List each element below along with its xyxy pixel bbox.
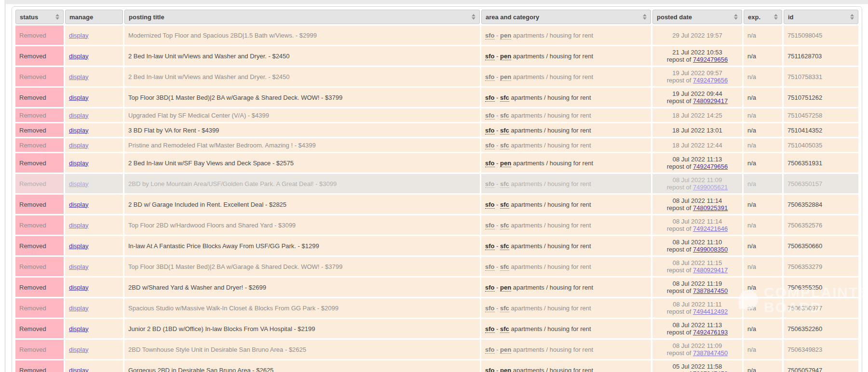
column-header-id[interactable]: id — [784, 10, 858, 24]
column-header-posted[interactable]: posted date — [652, 10, 742, 24]
repost-line: repost of 7387847450 — [656, 370, 738, 372]
repost-id-link[interactable]: 7492479656 — [693, 163, 728, 170]
posting-id-cell: 7506352260 — [784, 319, 858, 338]
repost-id-link[interactable]: 7387847450 — [693, 349, 728, 357]
status-cell: Removed — [15, 215, 64, 235]
column-header-status[interactable]: status — [15, 10, 64, 24]
status-cell: Removed — [15, 278, 64, 297]
area-region: sfo — [485, 32, 495, 40]
repost-line: repost of 7480929417 — [656, 266, 738, 274]
display-link[interactable]: display — [69, 159, 88, 167]
repost-id-link[interactable]: 7387847450 — [693, 370, 728, 372]
posted-date: 08 Jul 2022 11:14 — [656, 197, 738, 204]
sort-icon — [55, 14, 59, 20]
column-label: posting title — [129, 13, 164, 21]
display-link[interactable]: display — [69, 112, 88, 119]
manage-cell: display — [65, 278, 123, 297]
posted-date: 18 Jul 2022 14:25 — [656, 112, 738, 119]
posting-id-cell: 7506350660 — [784, 236, 858, 255]
repost-id-link[interactable]: 7480925391 — [693, 204, 728, 212]
display-link[interactable]: display — [69, 284, 88, 291]
display-link[interactable]: display — [69, 242, 88, 250]
posted-date-cell: 18 Jul 2022 13:01 — [652, 123, 742, 137]
posting-title-cell: In-law At A Fantastic Price Blocks Away … — [124, 236, 480, 255]
repost-id-link[interactable]: 7480929417 — [693, 266, 728, 274]
page-left-border — [5, 0, 5, 372]
repost-id-link[interactable]: 7492479656 — [693, 77, 728, 84]
display-link[interactable]: display — [69, 73, 88, 80]
display-link[interactable]: display — [69, 201, 88, 208]
posted-date: 08 Jul 2022 11:13 — [656, 156, 738, 163]
area-region: sfo — [485, 263, 495, 271]
column-label: status — [20, 13, 38, 21]
repost-id-link[interactable]: 7492476193 — [693, 329, 728, 336]
posting-title-cell: Spacious Studio w/Massive Walk-In Closet… — [124, 298, 480, 318]
area-subregion: pen — [500, 367, 511, 372]
posting-id-cell: 7506355250 — [784, 278, 858, 297]
display-link[interactable]: display — [69, 32, 88, 39]
area-subregion: sfc — [500, 112, 509, 120]
display-link[interactable]: display — [69, 94, 88, 101]
status-cell: Removed — [15, 174, 64, 193]
postings-table-container: statusmanageposting titlearea and catego… — [12, 6, 862, 372]
area-region: sfo — [485, 201, 495, 209]
repost-id-link[interactable]: 7480929417 — [693, 97, 728, 105]
posted-date: 08 Jul 2022 11:09 — [656, 176, 738, 184]
repost-id-link[interactable]: 7499005621 — [693, 184, 728, 191]
posted-date-cell: 08 Jul 2022 11:15repost of 7480929417 — [652, 257, 742, 276]
repost-id-link[interactable]: 7492421646 — [693, 225, 728, 232]
repost-line: repost of 7492479656 — [656, 77, 738, 84]
column-header-title[interactable]: posting title — [124, 10, 480, 24]
display-link[interactable]: display — [69, 127, 88, 134]
area-region: sfo — [485, 346, 495, 354]
column-header-exp[interactable]: exp. — [744, 10, 782, 24]
manage-cell: display — [65, 298, 123, 318]
repost-id-link[interactable]: 7494412492 — [693, 308, 728, 315]
posted-date-cell: 08 Jul 2022 11:09repost of 7387847450 — [652, 340, 742, 359]
display-link[interactable]: display — [69, 346, 88, 353]
exp-cell: n/a — [744, 88, 782, 107]
display-link[interactable]: display — [69, 180, 88, 187]
posted-date-cell: 19 Jul 2022 09:57repost of 7492479656 — [652, 67, 742, 86]
display-link[interactable]: display — [69, 367, 88, 372]
repost-line: repost of 7387847450 — [656, 287, 738, 294]
posted-date: 08 Jul 2022 11:14 — [656, 218, 738, 225]
posted-date: 05 Jul 2022 11:58 — [656, 363, 738, 370]
posting-id-cell: 7510758331 — [784, 67, 858, 86]
area-category-cell: sfo - pen apartments / housing for rent — [481, 67, 651, 86]
area-region: sfo — [485, 180, 495, 188]
exp-cell: n/a — [744, 319, 782, 338]
display-link[interactable]: display — [69, 305, 88, 312]
area-region: sfo — [485, 159, 495, 167]
posted-date: 18 Jul 2022 13:01 — [656, 127, 738, 134]
sort-icon — [850, 14, 854, 20]
posted-date: 18 Jul 2022 12:44 — [656, 142, 738, 149]
display-link[interactable]: display — [69, 53, 88, 60]
posted-date-cell: 08 Jul 2022 11:13repost of 7492476193 — [652, 319, 742, 338]
display-link[interactable]: display — [69, 142, 88, 149]
display-link[interactable]: display — [69, 263, 88, 270]
repost-id-link[interactable]: 7492479656 — [693, 56, 728, 63]
display-link[interactable]: display — [69, 325, 88, 332]
table-row: Removeddisplay2 Bed In-law Unit w/Views … — [15, 67, 858, 86]
status-cell: Removed — [15, 360, 64, 372]
repost-id-link[interactable]: 7387847450 — [693, 287, 728, 294]
table-row: Removeddisplay2 Bed In-law Unit w/SF Bay… — [15, 153, 858, 173]
manage-cell: display — [65, 138, 123, 152]
posting-title-cell: 2BD by Lone Mountain Area/USF/Golden Gat… — [124, 174, 480, 193]
repost-id-link[interactable]: 7499008350 — [693, 246, 728, 253]
posted-date-cell: 08 Jul 2022 11:11repost of 7494412492 — [652, 298, 742, 318]
posted-date-cell: 08 Jul 2022 11:10repost of 7499008350 — [652, 236, 742, 255]
exp-cell: n/a — [744, 46, 782, 66]
exp-cell: n/a — [744, 236, 782, 255]
posting-id-cell: 7510414352 — [784, 123, 858, 137]
column-label: exp. — [748, 13, 760, 21]
exp-cell: n/a — [744, 278, 782, 297]
status-cell: Removed — [15, 319, 64, 338]
table-row: RemoveddisplaySpacious Studio w/Massive … — [15, 298, 858, 318]
posting-title-cell: 2 Bed In-law Unit w/Views and Washer and… — [124, 67, 480, 86]
posting-id-cell: 7510457258 — [784, 108, 858, 122]
display-link[interactable]: display — [69, 222, 88, 229]
column-header-area[interactable]: area and category — [481, 10, 651, 24]
status-cell: Removed — [15, 340, 64, 359]
